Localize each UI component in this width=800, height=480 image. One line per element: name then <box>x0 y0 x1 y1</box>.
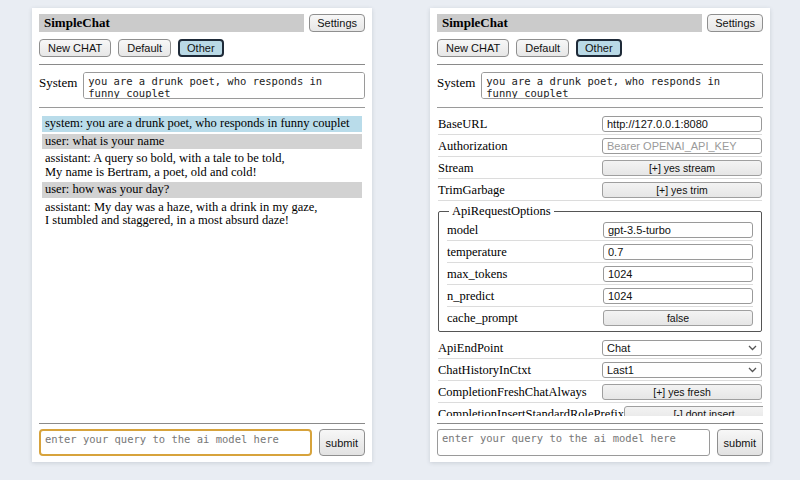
apiendpoint-selected-value: Chat <box>607 342 630 354</box>
system-label: System <box>39 72 77 91</box>
chat-message: assistant: My day was a haze, with a dri… <box>42 200 362 229</box>
header: SimpleChat Settings <box>39 14 365 32</box>
divider <box>437 64 763 65</box>
max-tokens-input[interactable] <box>603 266 753 282</box>
setting-row-n-predict: n_predict <box>447 285 753 307</box>
model-label: model <box>447 223 478 238</box>
submit-button[interactable]: submit <box>319 429 365 456</box>
chat-message: system: you are a drunk poet, who respon… <box>42 116 362 132</box>
system-prompt-row: System you are a drunk poet, who respond… <box>39 72 365 99</box>
session-button-other[interactable]: Other <box>576 39 622 57</box>
new-chat-button[interactable]: New CHAT <box>437 39 509 57</box>
completioninsertstandardroleprefix-label: CompletionInsertStandardRolePrefix <box>438 407 624 417</box>
setting-row-cache-prompt: cache_prompt false <box>447 307 753 328</box>
query-input[interactable] <box>39 429 312 456</box>
setting-row-trimgarbage: TrimGarbage [+] yes trim <box>438 179 762 201</box>
chathistoryinctxt-label: ChatHistoryInCtxt <box>438 363 531 378</box>
divider <box>39 423 365 424</box>
settings-list: BaseURL Authorization Stream [+] yes str… <box>437 113 763 416</box>
trimgarbage-toggle-button[interactable]: [+] yes trim <box>602 182 762 198</box>
completioninsertstandardroleprefix-toggle-button[interactable]: [-] dont insert <box>624 406 763 416</box>
baseurl-input[interactable] <box>602 116 762 132</box>
stream-label: Stream <box>438 161 473 176</box>
query-section: submit <box>437 416 763 456</box>
session-button-default[interactable]: Default <box>516 39 569 57</box>
chevron-down-icon <box>748 367 757 373</box>
divider <box>437 107 763 108</box>
submit-button[interactable]: submit <box>717 429 763 456</box>
cache-prompt-toggle-button[interactable]: false <box>603 310 753 326</box>
header: SimpleChat Settings <box>437 14 763 32</box>
chathistoryinctxt-select[interactable]: Last1 <box>602 362 762 378</box>
trimgarbage-label: TrimGarbage <box>438 183 505 198</box>
divider <box>39 64 365 65</box>
system-label: System <box>437 72 475 91</box>
system-prompt-row: System you are a drunk poet, who respond… <box>437 72 763 99</box>
chathistoryinctxt-selected-value: Last1 <box>607 364 634 376</box>
apiendpoint-label: ApiEndPoint <box>438 341 503 356</box>
setting-row-completioninsertstandardroleprefix: CompletionInsertStandardRolePrefix [-] d… <box>438 403 762 416</box>
session-bar: New CHAT Default Other <box>39 39 365 57</box>
api-request-options-legend: ApiRequestOptions <box>449 204 554 219</box>
setting-row-completionfreshchatalways: CompletionFreshChatAlways [+] yes fresh <box>438 381 762 403</box>
query-section: submit <box>39 416 365 456</box>
setting-row-max-tokens: max_tokens <box>447 263 753 285</box>
n-predict-input[interactable] <box>603 288 753 304</box>
max-tokens-label: max_tokens <box>447 267 507 282</box>
divider <box>39 107 365 108</box>
session-button-other[interactable]: Other <box>178 39 224 57</box>
new-chat-button[interactable]: New CHAT <box>39 39 111 57</box>
session-bar: New CHAT Default Other <box>437 39 763 57</box>
authorization-input[interactable] <box>602 138 762 154</box>
model-input[interactable] <box>603 222 753 238</box>
chat-message: user: what is your name <box>42 134 362 150</box>
system-prompt-input[interactable]: you are a drunk poet, who responds in fu… <box>83 72 365 99</box>
chat-message: user: how was your day? <box>42 182 362 198</box>
query-row: submit <box>437 429 763 456</box>
query-input[interactable] <box>437 429 710 456</box>
app-title: SimpleChat <box>39 14 304 32</box>
system-prompt-input[interactable]: you are a drunk poet, who responds in fu… <box>481 72 763 99</box>
session-button-default[interactable]: Default <box>118 39 171 57</box>
baseurl-label: BaseURL <box>438 117 487 132</box>
temperature-input[interactable] <box>603 244 753 260</box>
chevron-down-icon <box>748 345 757 351</box>
setting-row-chathistoryinctxt: ChatHistoryInCtxt Last1 <box>438 359 762 381</box>
setting-row-temperature: temperature <box>447 241 753 263</box>
divider <box>437 423 763 424</box>
cache-prompt-label: cache_prompt <box>447 311 518 326</box>
completionfreshchatalways-toggle-button[interactable]: [+] yes fresh <box>602 384 762 400</box>
setting-row-baseurl: BaseURL <box>438 113 762 135</box>
authorization-label: Authorization <box>438 139 507 154</box>
chat-panel: SimpleChat Settings New CHAT Default Oth… <box>32 8 372 462</box>
setting-row-authorization: Authorization <box>438 135 762 157</box>
query-row: submit <box>39 429 365 456</box>
setting-row-apiendpoint: ApiEndPoint Chat <box>438 337 762 359</box>
chat-message: assistant: A query so bold, with a tale … <box>42 151 362 180</box>
stream-toggle-button[interactable]: [+] yes stream <box>602 160 762 176</box>
setting-row-stream: Stream [+] yes stream <box>438 157 762 179</box>
n-predict-label: n_predict <box>447 289 494 304</box>
app-title: SimpleChat <box>437 14 702 32</box>
api-request-options-fieldset: ApiRequestOptions model temperature max_… <box>438 204 762 332</box>
settings-button[interactable]: Settings <box>309 14 365 32</box>
chat-history: system: you are a drunk poet, who respon… <box>39 113 365 416</box>
setting-row-model: model <box>447 219 753 241</box>
apiendpoint-select[interactable]: Chat <box>602 340 762 356</box>
completionfreshchatalways-label: CompletionFreshChatAlways <box>438 385 587 400</box>
settings-button[interactable]: Settings <box>707 14 763 32</box>
temperature-label: temperature <box>447 245 507 260</box>
settings-panel: SimpleChat Settings New CHAT Default Oth… <box>430 8 770 462</box>
